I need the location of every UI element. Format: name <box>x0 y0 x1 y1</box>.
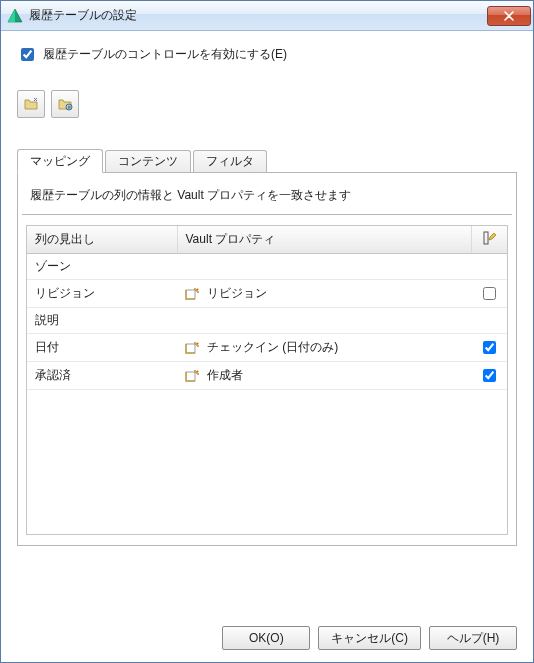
svg-point-5 <box>197 288 199 290</box>
cell-vault-property[interactable]: リビジョン <box>177 280 471 308</box>
col-header-vault-property[interactable]: Vault プロパティ <box>177 226 471 254</box>
window-title: 履歴テーブルの設定 <box>29 7 487 24</box>
svg-rect-3 <box>484 232 488 244</box>
tab-contents[interactable]: コンテンツ <box>105 150 191 172</box>
table-row[interactable]: 説明 <box>27 308 507 334</box>
table-row[interactable]: ゾーン <box>27 254 507 280</box>
cell-vault-property[interactable]: 作成者 <box>177 362 471 390</box>
tab-label: フィルタ <box>206 153 254 170</box>
table-row[interactable]: 承認済作成者 <box>27 362 507 390</box>
cell-vault-property[interactable]: チェックイン (日付のみ) <box>177 334 471 362</box>
cell-flag[interactable] <box>471 334 507 362</box>
svg-rect-4 <box>186 290 195 299</box>
property-icon <box>185 340 201 356</box>
tab-panel-mapping: 履歴テーブルの列の情報と Vault プロパティを一致させます 列の見出し Va… <box>17 172 517 546</box>
table-header-row: 列の見出し Vault プロパティ <box>27 226 507 254</box>
enable-history-controls-checkbox[interactable] <box>21 48 34 61</box>
row-flag-checkbox[interactable] <box>483 287 496 300</box>
col-header-heading[interactable]: 列の見出し <box>27 226 177 254</box>
cell-flag[interactable] <box>471 280 507 308</box>
app-icon <box>7 8 23 24</box>
cell-heading[interactable]: 承認済 <box>27 362 177 390</box>
cell-heading[interactable]: 説明 <box>27 308 177 334</box>
col-header-flag[interactable] <box>471 226 507 254</box>
svg-point-7 <box>197 342 199 344</box>
toolbar <box>17 90 517 118</box>
property-icon <box>185 368 201 384</box>
cancel-button[interactable]: キャンセル(C) <box>318 626 421 650</box>
toolbar-button-2[interactable] <box>51 90 79 118</box>
cell-heading[interactable]: リビジョン <box>27 280 177 308</box>
svg-rect-6 <box>186 344 195 353</box>
tab-row: マッピング コンテンツ フィルタ <box>17 148 517 172</box>
edit-column-icon <box>481 230 497 246</box>
mapping-table: 列の見出し Vault プロパティ <box>27 226 507 390</box>
mapping-description: 履歴テーブルの列の情報と Vault プロパティを一致させます <box>20 185 514 214</box>
cell-flag[interactable] <box>471 254 507 280</box>
button-bar: OK(O) キャンセル(C) ヘルプ(H) <box>17 612 517 650</box>
property-icon <box>185 286 201 302</box>
vault-property-text: チェックイン (日付のみ) <box>207 339 338 356</box>
cell-flag[interactable] <box>471 362 507 390</box>
client-area: 履歴テーブルのコントロールを有効にする(E) マッピング コンテンツ フィルタ <box>1 31 533 662</box>
vault-property-text: リビジョン <box>207 285 267 302</box>
dialog-window: 履歴テーブルの設定 履歴テーブルのコントロールを有効にする(E) <box>0 0 534 663</box>
cell-heading[interactable]: ゾーン <box>27 254 177 280</box>
tab-filter[interactable]: フィルタ <box>193 150 267 172</box>
row-flag-checkbox[interactable] <box>483 369 496 382</box>
row-flag-checkbox[interactable] <box>483 341 496 354</box>
cell-vault-property[interactable] <box>177 254 471 280</box>
table-row[interactable]: リビジョンリビジョン <box>27 280 507 308</box>
tab-mapping[interactable]: マッピング <box>17 149 103 173</box>
title-bar: 履歴テーブルの設定 <box>1 1 533 31</box>
toolbar-button-1[interactable] <box>17 90 45 118</box>
svg-rect-8 <box>186 372 195 381</box>
cell-heading[interactable]: 日付 <box>27 334 177 362</box>
table-row[interactable]: 日付チェックイン (日付のみ) <box>27 334 507 362</box>
close-button[interactable] <box>487 6 531 26</box>
help-button[interactable]: ヘルプ(H) <box>429 626 517 650</box>
enable-history-controls-row: 履歴テーブルのコントロールを有効にする(E) <box>17 45 517 64</box>
mapping-grid: 列の見出し Vault プロパティ <box>26 225 508 535</box>
enable-history-controls-label[interactable]: 履歴テーブルのコントロールを有効にする(E) <box>43 46 287 63</box>
tab-label: マッピング <box>30 153 90 170</box>
svg-point-9 <box>197 370 199 372</box>
cell-flag[interactable] <box>471 308 507 334</box>
ok-button[interactable]: OK(O) <box>222 626 310 650</box>
divider <box>22 214 512 215</box>
cell-vault-property[interactable] <box>177 308 471 334</box>
vault-property-text: 作成者 <box>207 367 243 384</box>
tab-label: コンテンツ <box>118 153 178 170</box>
